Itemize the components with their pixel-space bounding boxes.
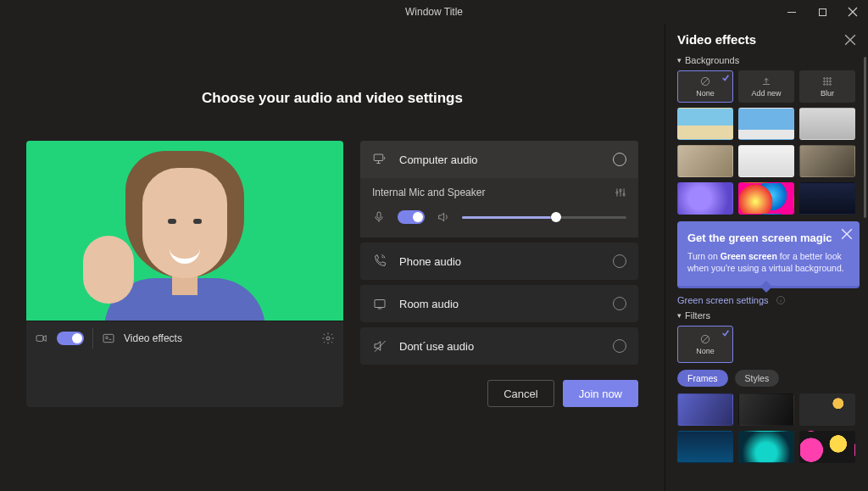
svg-point-12 — [826, 78, 828, 80]
svg-rect-0 — [36, 335, 43, 341]
svg-point-3 — [326, 337, 330, 340]
panel-close-button[interactable] — [844, 34, 856, 46]
room-audio-option[interactable]: Room audio — [360, 285, 638, 322]
filter-tabs: Frames Styles — [677, 370, 860, 387]
computer-audio-detail: Internal Mic and Speaker — [360, 178, 638, 237]
svg-rect-8 — [377, 212, 381, 218]
svg-point-5 — [616, 192, 618, 193]
backgrounds-grid: None Add new Blur — [677, 70, 860, 215]
action-row: Cancel Join now — [360, 380, 638, 407]
panel-scroll[interactable]: Backgrounds None Add new Blur — [665, 50, 868, 491]
video-preview-card: Video effects — [26, 141, 343, 407]
svg-point-2 — [106, 337, 108, 339]
filter-none[interactable]: None — [677, 326, 733, 363]
frame-thumb[interactable] — [799, 431, 855, 463]
svg-point-13 — [830, 78, 832, 80]
audio-device-settings-button[interactable] — [615, 187, 626, 198]
blur-icon — [821, 75, 833, 87]
green-screen-tip: Get the green screen magic Turn on Green… — [677, 221, 860, 288]
background-thumb[interactable] — [677, 182, 733, 215]
volume-slider[interactable] — [462, 216, 626, 219]
video-effects-panel: Video effects Backgrounds None Add new B… — [665, 24, 868, 491]
computer-audio-card: Computer audio Internal Mic and Speaker — [360, 141, 638, 237]
background-thumb[interactable] — [799, 108, 855, 140]
svg-point-15 — [826, 81, 828, 82]
video-effects-icon — [102, 332, 115, 345]
green-screen-settings-link[interactable]: Green screen settings — [677, 295, 769, 305]
background-thumb[interactable] — [738, 108, 794, 140]
settings-button[interactable] — [321, 332, 335, 345]
tab-styles[interactable]: Styles — [735, 370, 780, 387]
video-effects-button[interactable]: Video effects — [124, 332, 182, 344]
close-icon — [848, 7, 858, 17]
info-button[interactable] — [776, 295, 786, 305]
tab-frames[interactable]: Frames — [677, 370, 728, 387]
audio-off-icon — [372, 338, 387, 354]
window-controls — [776, 0, 868, 24]
settings-row: Video effects Computer audio Inter — [26, 141, 638, 407]
camera-toggle[interactable] — [57, 332, 84, 345]
join-now-button[interactable]: Join now — [563, 380, 638, 407]
title-bar: Window Title — [0, 0, 868, 24]
frame-thumb[interactable] — [738, 431, 794, 463]
svg-point-18 — [826, 84, 828, 86]
audio-settings: Computer audio Internal Mic and Speaker — [360, 141, 638, 407]
tip-text: Turn on Green screen for a better look w… — [687, 250, 849, 274]
separator — [92, 328, 93, 349]
background-blur[interactable]: Blur — [799, 70, 855, 103]
svg-rect-1 — [103, 334, 114, 342]
phone-audio-label: Phone audio — [399, 255, 601, 268]
none-icon — [699, 333, 711, 345]
none-icon — [699, 75, 711, 87]
svg-point-7 — [623, 193, 625, 195]
background-add-new[interactable]: Add new — [738, 70, 794, 103]
room-audio-radio[interactable] — [613, 297, 626, 310]
background-none[interactable]: None — [677, 70, 733, 103]
video-toolbar: Video effects — [26, 321, 343, 354]
mic-toggle[interactable] — [398, 210, 425, 224]
info-icon — [776, 295, 786, 305]
svg-point-19 — [830, 84, 832, 86]
tip-close-button[interactable] — [841, 228, 853, 240]
computer-audio-option[interactable]: Computer audio — [360, 141, 638, 178]
tip-title: Get the green screen magic — [687, 232, 849, 245]
background-thumb[interactable] — [799, 182, 855, 215]
background-thumb[interactable] — [799, 145, 855, 177]
svg-point-17 — [824, 84, 826, 86]
camera-icon — [35, 332, 48, 345]
phone-audio-option[interactable]: Phone audio — [360, 243, 638, 280]
backgrounds-section-header[interactable]: Backgrounds — [677, 55, 860, 65]
background-thumb[interactable] — [677, 145, 733, 177]
no-audio-radio[interactable] — [613, 339, 626, 353]
phone-icon — [372, 254, 387, 269]
scrollbar[interactable] — [864, 57, 866, 218]
cancel-button[interactable]: Cancel — [487, 380, 554, 407]
background-thumb[interactable] — [738, 145, 794, 177]
monitor-speaker-icon — [372, 152, 387, 167]
prejoin-screen: Choose your audio and video settings — [0, 24, 665, 491]
mic-icon — [372, 210, 386, 224]
filters-section-header[interactable]: Filters — [677, 310, 860, 321]
background-thumb[interactable] — [738, 182, 794, 215]
close-icon — [844, 34, 856, 46]
no-audio-label: Dont´use audio — [399, 340, 601, 353]
minimize-button[interactable] — [776, 0, 807, 24]
sliders-icon — [615, 187, 626, 198]
frame-thumb[interactable] — [677, 431, 733, 463]
page-heading: Choose your audio and video settings — [202, 90, 463, 107]
phone-audio-radio[interactable] — [613, 254, 626, 268]
svg-point-6 — [620, 190, 621, 192]
maximize-button[interactable] — [807, 0, 837, 24]
close-button[interactable] — [837, 0, 868, 24]
no-audio-option[interactable]: Dont´use audio — [360, 327, 638, 365]
frame-thumb[interactable] — [677, 393, 733, 426]
svg-point-16 — [830, 81, 832, 82]
background-thumb[interactable] — [677, 108, 733, 140]
video-preview — [26, 141, 343, 321]
svg-point-11 — [824, 78, 826, 80]
audio-device-label: Internal Mic and Speaker — [372, 187, 485, 198]
frame-thumb[interactable] — [738, 393, 794, 426]
filters-row: None — [677, 326, 860, 363]
frame-thumb[interactable] — [799, 393, 855, 426]
computer-audio-radio[interactable] — [613, 153, 626, 166]
